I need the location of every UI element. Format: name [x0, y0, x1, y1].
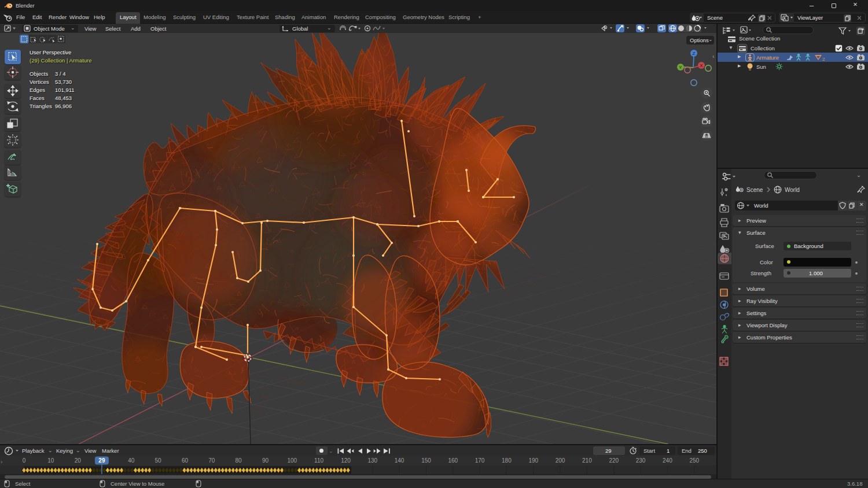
svg-text:130: 130 [367, 457, 377, 464]
svg-text:240: 240 [663, 457, 672, 464]
svg-text:20: 20 [75, 457, 82, 464]
svg-text:2: 2 [822, 57, 825, 61]
svg-text:50: 50 [155, 457, 162, 464]
svg-text:10: 10 [47, 457, 54, 464]
svg-text:X: X [700, 63, 703, 68]
svg-text:80: 80 [236, 457, 242, 464]
svg-text:100: 100 [287, 457, 297, 464]
svg-text:220: 220 [609, 457, 619, 464]
svg-text:120: 120 [341, 457, 351, 464]
svg-text:210: 210 [582, 457, 592, 464]
svg-text:60: 60 [182, 457, 189, 464]
svg-text:0: 0 [23, 457, 26, 464]
svg-text:190: 190 [528, 457, 538, 464]
svg-text:Scene: Scene [746, 187, 763, 193]
svg-text:230: 230 [636, 457, 646, 464]
svg-text:Z: Z [693, 51, 696, 56]
svg-text:180: 180 [502, 457, 512, 464]
svg-text:40: 40 [128, 457, 135, 464]
svg-text:200: 200 [556, 457, 565, 464]
svg-text:140: 140 [395, 457, 404, 464]
svg-text:110: 110 [314, 457, 323, 464]
svg-text:Y: Y [679, 65, 682, 70]
svg-text:29: 29 [98, 457, 105, 464]
svg-text:250: 250 [689, 457, 699, 464]
svg-text:170: 170 [475, 457, 485, 464]
svg-text:160: 160 [448, 457, 458, 464]
svg-text:150: 150 [421, 457, 431, 464]
svg-text:World: World [785, 187, 800, 193]
svg-text:90: 90 [262, 457, 269, 464]
svg-text:70: 70 [208, 457, 215, 464]
